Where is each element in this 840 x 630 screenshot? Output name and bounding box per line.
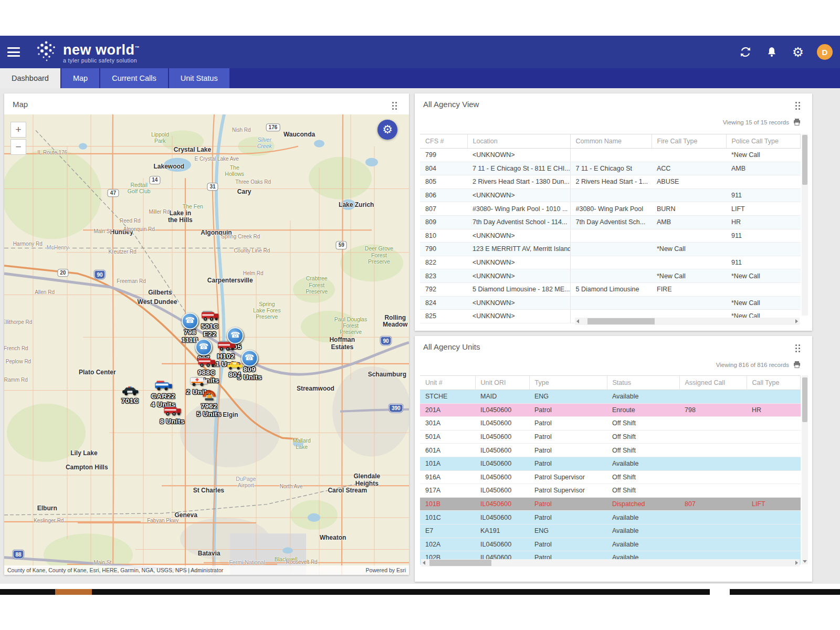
map-zoom-out-button[interactable]: −: [10, 139, 26, 155]
tab-unit-status[interactable]: Unit Status: [169, 68, 229, 88]
tab-dashboard[interactable]: Dashboard: [0, 68, 60, 88]
table-cell: Patrol: [529, 457, 607, 470]
table-row[interactable]: 916AIL0450600Patrol SupervisorOff Shift: [420, 470, 801, 484]
table-cell: <UNKNOWN>: [467, 296, 570, 310]
calls-horizontal-scrollbar[interactable]: [575, 318, 800, 325]
drag-handle-icon[interactable]: [392, 102, 397, 110]
table-row[interactable]: 917AIL0450600Patrol SupervisorOff Shift: [420, 484, 801, 498]
fire-icon: [212, 340, 240, 353]
all-agency-units-title: All Agency Units: [423, 342, 480, 351]
map-marker-fire[interactable]: 501CE22: [201, 310, 219, 339]
col-unit-ori[interactable]: Unit ORI: [475, 376, 529, 390]
menu-icon[interactable]: [7, 45, 21, 59]
table-cell: 911: [726, 229, 801, 243]
table-row[interactable]: 102AIL0450600PatrolAvailable: [420, 538, 801, 551]
drag-handle-icon[interactable]: [795, 344, 801, 353]
map-canvas[interactable]: WaucondaCrystal LakeLakewoodCaryLake Zur…: [4, 114, 409, 575]
map-marker-fire[interactable]: 8 Units: [160, 405, 184, 426]
notifications-bell-icon[interactable]: [764, 45, 779, 59]
table-cell: LIFT: [726, 202, 801, 216]
col-unit[interactable]: Unit #: [420, 376, 475, 390]
table-cell: 810: [420, 229, 467, 243]
table-row[interactable]: 101AIL0450600PatrolAvailable: [420, 457, 801, 470]
table-row[interactable]: 822<UNKNOWN>911: [420, 256, 801, 269]
table-cell: 7 11 - E Chicago St: [570, 162, 652, 175]
table-cell: Patrol: [529, 417, 607, 430]
map-marker-police[interactable]: 701C: [121, 385, 139, 405]
col-common-name[interactable]: Common Name: [570, 134, 652, 149]
table-row[interactable]: 790123 E MERRITT AV, Merritt Island*New …: [420, 243, 801, 256]
col-cfs[interactable]: CFS #: [420, 134, 467, 149]
table-cell: [570, 188, 652, 202]
table-row[interactable]: 799<UNKNOWN>*New Call: [420, 149, 801, 162]
table-row[interactable]: 807#3080- Wing Park Pool - 1010 ...#3080…: [420, 202, 801, 216]
table-cell: IL0450600: [475, 403, 529, 417]
table-cell: 917A: [420, 484, 475, 498]
table-cell: AMB: [726, 162, 801, 175]
table-row[interactable]: 101BIL0450600PatrolDispatched807LIFT: [420, 497, 801, 511]
table-row[interactable]: 810<UNKNOWN>911: [420, 229, 801, 243]
table-cell: 501A: [420, 430, 475, 444]
app-logo: new world™ a tyler public safety solutio…: [36, 38, 140, 66]
table-cell: [652, 149, 726, 162]
table-cell: Patrol: [529, 538, 607, 551]
tab-current-calls[interactable]: Current Calls: [100, 68, 168, 88]
table-row[interactable]: 8047 11 - E Chicago St - 811 E CHI...7 1…: [420, 162, 801, 175]
all-agency-view-title: All Agency View: [423, 100, 479, 109]
map-marker-phone[interactable]: ☎8095 Units: [237, 350, 262, 382]
units-vertical-scrollbar[interactable]: [802, 375, 808, 564]
table-cell: Available: [607, 457, 679, 470]
fire-icon: [194, 356, 219, 370]
ambulance-icon: [186, 375, 211, 389]
table-row[interactable]: 7925 Diamond Limousine - 182 ME...5 Diam…: [420, 282, 801, 296]
table-cell: 809: [420, 215, 467, 229]
table-row[interactable]: 501AIL0450600PatrolOff Shift: [420, 430, 801, 444]
table-row[interactable]: E7KA191ENGAvailable: [420, 524, 801, 538]
table-row[interactable]: 601AIL0450600PatrolOff Shift: [420, 444, 801, 457]
map-zoom-in-button[interactable]: +: [10, 122, 26, 138]
print-icon[interactable]: [793, 119, 801, 125]
table-row[interactable]: STCHEMAIDENGAvailable: [420, 390, 801, 404]
col-status[interactable]: Status: [607, 376, 679, 390]
table-cell: [747, 470, 801, 484]
table-cell: Off Shift: [607, 470, 679, 484]
col-police-call-type[interactable]: Police Call Type: [726, 134, 801, 149]
table-cell: STCHE: [420, 390, 475, 404]
table-row[interactable]: 806<UNKNOWN>911: [420, 188, 801, 202]
calls-vertical-scrollbar[interactable]: [802, 134, 808, 316]
calls-table: CFS # Location Common Name Fire Call Typ…: [420, 134, 801, 323]
table-row[interactable]: 8097th Day Adventist School - 114...7th …: [420, 215, 801, 229]
map-settings-button[interactable]: ⚙: [377, 120, 397, 140]
map-marker-siren[interactable]: 79625 Units: [197, 390, 222, 418]
units-horizontal-scrollbar[interactable]: [421, 559, 800, 566]
drag-handle-icon[interactable]: [795, 102, 801, 110]
print-icon[interactable]: [793, 361, 801, 368]
table-row[interactable]: 823<UNKNOWN>*New Call*New Call: [420, 269, 801, 283]
table-cell: [679, 484, 747, 498]
table-row[interactable]: 101CIL0450600PatrolAvailable: [420, 511, 801, 524]
table-row[interactable]: 201AIL0450600PatrolEnroute798HR: [420, 403, 801, 417]
col-type[interactable]: Type: [529, 376, 607, 390]
table-cell: 792: [420, 282, 467, 296]
col-assigned-call[interactable]: Assigned Call: [679, 376, 747, 390]
settings-gear-icon[interactable]: ⚙: [791, 45, 805, 59]
phone-icon: ☎: [237, 350, 262, 366]
col-call-type[interactable]: Call Type: [747, 376, 801, 390]
col-fire-call-type[interactable]: Fire Call Type: [652, 134, 726, 149]
table-cell: 201A: [420, 403, 475, 417]
table-row[interactable]: 301AIL0450600PatrolOff Shift: [420, 417, 801, 430]
user-avatar[interactable]: D: [817, 44, 833, 60]
table-cell: 916A: [420, 470, 475, 484]
table-cell: FIRE: [652, 282, 726, 296]
table-row[interactable]: 824<UNKNOWN>*New Call: [420, 296, 801, 310]
table-cell: Enroute: [607, 403, 679, 417]
table-cell: [747, 538, 801, 551]
table-cell: *New Call: [726, 269, 801, 283]
fire-icon: [201, 310, 219, 323]
table-cell: 824: [420, 296, 467, 310]
table-cell: [726, 175, 801, 189]
table-row[interactable]: 8052 Rivers Head Start - 1380 Dun...2 Ri…: [420, 175, 801, 189]
tab-map[interactable]: Map: [61, 68, 99, 88]
col-location[interactable]: Location: [467, 134, 570, 149]
sync-icon[interactable]: [738, 45, 753, 59]
